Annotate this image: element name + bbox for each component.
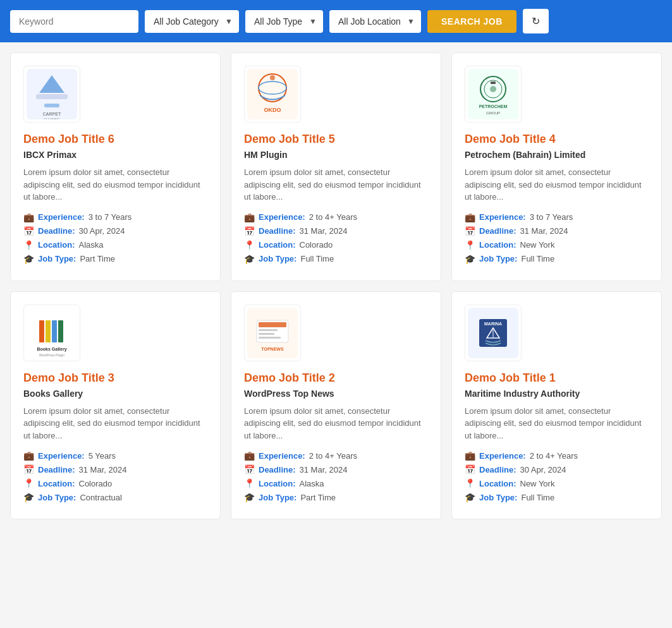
deadline-item: 📅 Deadline: 30 Apr, 2024 (23, 226, 207, 236)
deadline-item: 📅 Deadline: 31 Mar, 2024 (465, 226, 649, 236)
jobtype-item: 🎓 Job Type: Part Time (23, 254, 207, 264)
experience-label: Experience: (259, 451, 305, 461)
refresh-button[interactable]: ↻ (523, 9, 549, 33)
jobtype-value: Full Time (521, 254, 554, 263)
location-icon: 📍 (465, 478, 475, 488)
svg-text:TOPNEWS: TOPNEWS (261, 347, 284, 351)
experience-value: 2 to 4+ Years (530, 451, 578, 461)
deadline-item: 📅 Deadline: 31 Mar, 2024 (244, 226, 428, 236)
location-value: New York (520, 479, 555, 488)
experience-label: Experience: (259, 212, 305, 222)
deadline-item: 📅 Deadline: 31 Mar, 2024 (244, 464, 428, 474)
svg-rect-22 (58, 320, 63, 342)
briefcase-icon: 💼 (244, 450, 255, 461)
deadline-label: Deadline: (259, 226, 296, 236)
company-logo: Books Gallery WordPress Plugin (23, 305, 80, 361)
company-name: Petrochem (Bahrain) Limited (465, 150, 649, 160)
experience-item: 💼 Experience: 3 to 7 Years (465, 212, 649, 222)
deadline-label: Deadline: (38, 465, 75, 474)
job-card[interactable]: TOPNEWS Demo Job Title 2 WordPress Top N… (231, 291, 441, 520)
svg-rect-29 (259, 333, 274, 335)
location-icon: 📍 (23, 478, 34, 488)
job-card[interactable]: PETROCHEM GROUP Demo Job Title 4 Petroch… (451, 52, 662, 281)
briefcase-icon: 💼 (465, 450, 475, 461)
location-item: 📍 Location: New York (465, 240, 649, 250)
jobtype-value: Contractual (80, 493, 121, 502)
location-value: Colorado (300, 240, 333, 250)
keyword-input[interactable] (10, 10, 138, 33)
deadline-value: 30 Apr, 2024 (79, 226, 125, 236)
jobs-grid: CARPET CLEANING Demo Job Title 6 IBCX Pr… (0, 42, 672, 529)
svg-text:CLEANING: CLEANING (44, 118, 60, 119)
calendar-icon: 📅 (465, 226, 475, 236)
location-item: 📍 Location: Alaska (244, 478, 428, 488)
jobtype-label: Job Type: (259, 493, 296, 502)
location-label: Location: (479, 479, 516, 488)
jobtype-label: Job Type: (479, 254, 517, 263)
company-name: IBCX Primax (23, 150, 207, 160)
svg-rect-20 (46, 320, 51, 342)
location-select[interactable]: All Job Location (329, 10, 421, 33)
jobtype-value: Full Time (300, 254, 334, 263)
location-value: Alaska (300, 479, 324, 488)
location-label: Location: (259, 240, 296, 250)
company-name: Maritime Industry Authority (465, 389, 649, 399)
experience-item: 💼 Experience: 2 to 4+ Years (244, 450, 428, 461)
job-title: Demo Job Title 2 (244, 371, 428, 385)
svg-rect-19 (39, 320, 44, 342)
calendar-icon: 📅 (465, 464, 475, 474)
jobtype-label: Job Type: (38, 254, 76, 263)
experience-label: Experience: (479, 451, 526, 461)
jobtype-icon: 🎓 (244, 492, 255, 502)
jobtype-icon: 🎓 (23, 492, 34, 502)
job-description: Lorem ipsum dolor sit amet, consectetur … (465, 405, 649, 442)
job-description: Lorem ipsum dolor sit amet, consectetur … (465, 166, 649, 203)
jobtype-value: Full Time (521, 493, 554, 502)
svg-text:CARPET: CARPET (43, 112, 61, 116)
deadline-label: Deadline: (259, 465, 296, 474)
jobtype-item: 🎓 Job Type: Contractual (23, 492, 207, 502)
job-card[interactable]: MARINA Demo Job Title 1 Maritime Industr… (451, 291, 662, 520)
type-select-wrap: All Job Type ▼ (245, 10, 323, 33)
company-name: WordPress Top News (244, 389, 428, 399)
job-card[interactable]: Books Gallery WordPress Plugin Demo Job … (10, 291, 221, 520)
job-card[interactable]: CARPET CLEANING Demo Job Title 6 IBCX Pr… (10, 52, 221, 281)
job-title: Demo Job Title 1 (465, 371, 649, 385)
deadline-label: Deadline: (479, 465, 516, 474)
deadline-item: 📅 Deadline: 31 Mar, 2024 (23, 464, 207, 474)
svg-rect-1 (36, 94, 68, 99)
location-item: 📍 Location: New York (465, 478, 649, 488)
deadline-label: Deadline: (479, 226, 516, 236)
job-title: Demo Job Title 3 (23, 371, 207, 385)
company-logo: PETROCHEM GROUP (465, 66, 522, 123)
svg-text:MARINA: MARINA (484, 322, 502, 326)
jobtype-icon: 🎓 (465, 492, 475, 502)
category-select[interactable]: All Job Category (145, 10, 239, 33)
job-title: Demo Job Title 4 (465, 133, 649, 146)
experience-label: Experience: (38, 212, 85, 222)
company-logo: CARPET CLEANING (23, 66, 80, 123)
search-button[interactable]: SEARCH JOB (427, 10, 516, 33)
type-select[interactable]: All Job Type (245, 10, 323, 33)
company-logo: MARINA (465, 305, 522, 361)
deadline-value: 30 Apr, 2024 (520, 465, 566, 474)
location-icon: 📍 (244, 240, 255, 250)
deadline-value: 31 Mar, 2024 (520, 226, 568, 236)
deadline-value: 31 Mar, 2024 (79, 465, 127, 474)
svg-rect-15 (491, 82, 496, 84)
company-logo: TOPNEWS (244, 305, 301, 361)
svg-rect-3 (44, 104, 59, 107)
jobtype-item: 🎓 Job Type: Full Time (244, 254, 428, 264)
location-icon: 📍 (23, 240, 34, 250)
job-card[interactable]: OKDO Demo Job Title 5 HM Plugin Lorem ip… (231, 52, 441, 281)
location-icon: 📍 (465, 240, 475, 250)
svg-rect-21 (52, 320, 57, 342)
location-label: Location: (259, 479, 296, 488)
briefcase-icon: 💼 (23, 212, 34, 222)
svg-point-9 (270, 75, 275, 80)
experience-item: 💼 Experience: 5 Years (23, 450, 207, 461)
svg-text:OKDO: OKDO (264, 107, 281, 113)
location-value: Alaska (79, 240, 104, 250)
location-label: Location: (38, 240, 75, 250)
experience-label: Experience: (479, 212, 526, 222)
